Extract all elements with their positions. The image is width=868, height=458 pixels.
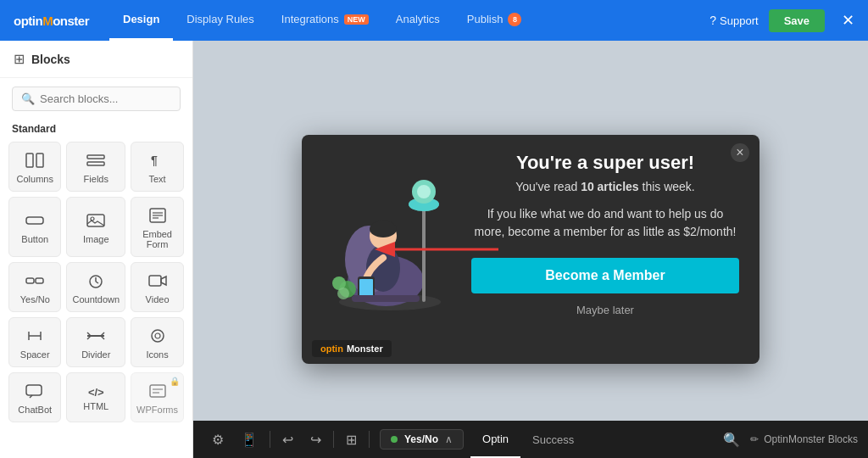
save-button[interactable]: Save — [769, 9, 825, 32]
svg-point-44 — [370, 221, 397, 237]
yesno-selector[interactable]: Yes/No ∧ — [380, 429, 464, 450]
block-divider[interactable]: Divider — [66, 317, 125, 367]
popup-illustration — [322, 158, 458, 310]
svg-rect-50 — [352, 295, 420, 302]
bottom-divider-2 — [333, 431, 334, 448]
settings-icon[interactable]: ⚙ — [203, 421, 232, 458]
nav-tabs: Design Display Rules Integrations NEW An… — [109, 0, 709, 41]
popup-description: If you like what we do and want to help … — [471, 205, 739, 241]
sidebar-search: 🔍 — [0, 78, 192, 120]
button-label: Button — [21, 234, 48, 244]
sidebar-title: Blocks — [31, 53, 70, 66]
search-wrap: 🔍 — [12, 87, 181, 111]
logo-text: optinMonster — [14, 14, 89, 28]
svg-point-27 — [155, 333, 160, 338]
sidebar: ⊞ Blocks 🔍 Standard Columns Fields — [0, 41, 193, 458]
spacer-label: Spacer — [20, 349, 50, 360]
svg-rect-13 — [36, 278, 43, 283]
logo: optinMonster — [14, 14, 89, 28]
columns-label: Columns — [17, 174, 53, 184]
support-button[interactable]: ? Support — [709, 14, 758, 27]
bottom-divider-1 — [270, 431, 270, 448]
embed-form-label: Embed Form — [136, 229, 178, 249]
block-countdown[interactable]: Countdown — [66, 262, 125, 312]
popup-footer: optinMonster — [302, 333, 760, 364]
yesno-status-dot — [391, 436, 398, 443]
text-label: Text — [148, 174, 165, 184]
divider-icon — [86, 328, 105, 346]
nav-tab-analytics[interactable]: Analytics — [382, 0, 453, 41]
nav-tab-display-rules[interactable]: Display Rules — [173, 0, 267, 41]
video-icon — [148, 273, 167, 291]
block-columns[interactable]: Columns — [8, 142, 61, 192]
svg-rect-2 — [87, 155, 104, 159]
block-icons[interactable]: Icons — [131, 317, 184, 367]
grid-icon[interactable]: ⊞ — [337, 421, 365, 458]
video-label: Video — [146, 294, 170, 304]
block-video[interactable]: Video — [131, 262, 184, 312]
icons-icon — [148, 328, 167, 346]
nav-right: ? Support Save ✕ — [709, 9, 854, 32]
yesno-label: Yes/No — [20, 294, 50, 304]
block-wpforms[interactable]: 🔒 WPForms — [131, 372, 184, 422]
svg-rect-12 — [26, 278, 34, 283]
fields-label: Fields — [84, 174, 108, 184]
svg-line-16 — [96, 282, 98, 283]
popup-close-button[interactable]: × — [731, 143, 749, 162]
undo-icon[interactable]: ↩ — [274, 421, 302, 458]
redo-icon[interactable]: ↪ — [302, 421, 330, 458]
yesno-icon — [25, 273, 44, 291]
fields-icon — [86, 153, 105, 170]
block-yesno[interactable]: Yes/No — [8, 262, 61, 312]
bottom-tab-optin[interactable]: Optin — [470, 421, 520, 458]
spacer-icon — [25, 328, 44, 346]
blocks-icon: ⊞ — [14, 51, 25, 67]
bottom-search-icon[interactable]: 🔍 — [723, 432, 740, 448]
image-label: Image — [83, 234, 109, 244]
svg-text:¶: ¶ — [151, 154, 158, 167]
block-fields[interactable]: Fields — [66, 142, 125, 192]
pencil-icon: ✏ — [750, 433, 759, 445]
sidebar-header: ⊞ Blocks — [0, 41, 192, 78]
countdown-icon — [86, 273, 105, 291]
close-button[interactable]: ✕ — [842, 11, 854, 30]
block-button[interactable]: Button — [8, 197, 61, 257]
svg-point-41 — [417, 185, 431, 198]
columns-icon — [25, 153, 44, 170]
popup-subtitle: You've read 10 articles this week. — [471, 179, 739, 196]
standard-section-label: Standard — [0, 120, 192, 142]
nav-tab-integrations[interactable]: Integrations NEW — [268, 0, 382, 41]
countdown-label: Countdown — [72, 294, 120, 304]
wpforms-icon — [148, 383, 167, 401]
search-input[interactable] — [40, 92, 171, 105]
publish-badge: 8 — [508, 13, 521, 26]
mobile-icon[interactable]: 📱 — [232, 421, 266, 458]
become-member-button[interactable]: Become a Member — [471, 258, 739, 293]
popup-title: You're a super user! — [471, 152, 739, 174]
block-image[interactable]: Image — [66, 197, 125, 257]
svg-rect-37 — [422, 209, 426, 302]
svg-rect-6 — [87, 215, 104, 226]
block-chatbot[interactable]: ChatBot — [8, 372, 61, 422]
bottom-blocks-label[interactable]: ✏ OptinMonster Blocks — [750, 433, 858, 445]
svg-point-49 — [337, 288, 349, 299]
nav-tab-design[interactable]: Design — [109, 0, 173, 41]
block-spacer[interactable]: Spacer — [8, 317, 61, 367]
blocks-grid: Columns Fields ¶ Text Button — [0, 142, 192, 431]
block-html[interactable]: </> HTML — [66, 372, 125, 422]
svg-rect-46 — [359, 279, 373, 296]
block-text[interactable]: ¶ Text — [131, 142, 184, 192]
yesno-selector-label: Yes/No — [404, 433, 438, 445]
popup-content: You're a super user! You've read 10 arti… — [302, 135, 760, 334]
top-nav: optinMonster Design Display Rules Integr… — [0, 0, 868, 41]
integrations-badge: NEW — [344, 14, 369, 25]
block-embed-form[interactable]: Embed Form — [131, 197, 184, 257]
divider-label: Divider — [81, 349, 110, 360]
svg-point-26 — [152, 330, 164, 342]
bottom-tab-success[interactable]: Success — [520, 421, 586, 458]
popup-modal: × — [302, 135, 760, 365]
nav-tab-publish[interactable]: Publish 8 — [453, 0, 536, 41]
svg-rect-3 — [87, 162, 104, 165]
html-label: HTML — [83, 401, 108, 411]
maybe-later-link[interactable]: Maybe later — [471, 304, 739, 316]
